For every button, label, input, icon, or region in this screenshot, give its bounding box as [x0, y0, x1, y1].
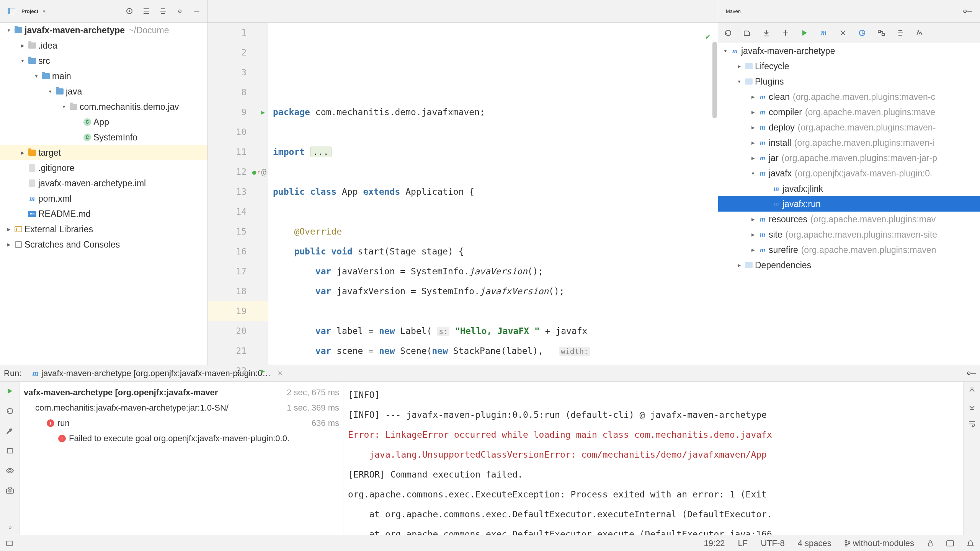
tree-item[interactable]: ▶External Libraries	[0, 222, 207, 237]
maven-tree-item[interactable]: ▶Lifecycle	[718, 59, 980, 74]
toggle-offline-icon[interactable]	[838, 28, 848, 37]
project-panel-title[interactable]: Project	[21, 8, 38, 14]
download-icon[interactable]	[762, 28, 771, 37]
add-icon[interactable]	[781, 28, 790, 37]
tree-item[interactable]: ▼java	[0, 84, 207, 99]
generate-sources-icon[interactable]	[743, 28, 752, 37]
minimize-icon[interactable]: —	[971, 370, 976, 376]
select-file-icon[interactable]	[124, 6, 135, 16]
project-tree[interactable]: ▼ javafx-maven-archetype ~/Docume ▶.idea…	[0, 23, 208, 365]
maven-tree-item[interactable]: ▶mclean(org.apache.maven.plugins:maven-c	[718, 89, 980, 104]
run-tree-row[interactable]: !run636 ms	[20, 416, 343, 431]
tree-item[interactable]: ▼main	[0, 68, 207, 84]
run-tree-row[interactable]: !Failed to execute goal org.openjfx:java…	[20, 431, 343, 446]
line-separator[interactable]: LF	[738, 538, 748, 548]
project-root[interactable]: ▼ javafx-maven-archetype ~/Docume	[0, 23, 207, 38]
run-icon[interactable]	[800, 28, 809, 37]
gear-icon[interactable]: ⚙	[963, 8, 967, 14]
tree-item[interactable]: ▶.idea	[0, 38, 207, 53]
close-tab-icon[interactable]: ×	[278, 368, 283, 378]
tree-item[interactable]: ▶target	[0, 145, 207, 160]
svg-rect-5	[878, 30, 880, 33]
maven-icon: m	[32, 369, 38, 378]
status-bar: 19:22 LF UTF-8 4 spaces without-modules	[0, 535, 980, 551]
code-editor[interactable]: 12389▶101112●↑@13141516171819202122▶ ✔ p…	[208, 23, 718, 365]
maven-tree-item[interactable]: ▶msite(org.apache.maven.plugins:maven-si…	[718, 227, 980, 242]
maven-tree-item[interactable]: ▼Plugins	[718, 74, 980, 89]
settings-icon[interactable]	[915, 28, 924, 37]
run-label: Run:	[4, 368, 21, 378]
show-dependencies-icon[interactable]	[877, 28, 886, 37]
maven-tree-item[interactable]: ▶minstall(org.apache.maven.plugins:maven…	[718, 135, 980, 150]
project-panel-header: Project ▾ ⚙ —	[0, 0, 208, 22]
rerun-failed-icon[interactable]	[5, 406, 15, 416]
inspector-icon[interactable]	[946, 540, 954, 546]
svg-point-10	[9, 490, 11, 492]
maven-tree[interactable]: ▼ m javafx-maven-archetype ▶Lifecycle▼Pl…	[718, 43, 980, 365]
svg-rect-1	[8, 8, 10, 14]
minimize-icon[interactable]: —	[967, 8, 972, 14]
svg-point-12	[845, 540, 847, 542]
maven-tree-item[interactable]: ▼mjavafx(org.openjfx:javafx-maven-plugin…	[718, 166, 980, 181]
gear-icon[interactable]: ⚙	[967, 370, 971, 376]
tree-item[interactable]: ▼src	[0, 53, 207, 68]
wrench-icon[interactable]	[5, 426, 15, 435]
scroll-up-icon[interactable]	[967, 386, 977, 395]
maven-tree-item[interactable]: ▶mdeploy(org.apache.maven.plugins:maven-	[718, 120, 980, 135]
rerun-icon[interactable]	[5, 386, 15, 396]
camera-icon[interactable]	[5, 486, 15, 495]
more-icon[interactable]: »	[9, 524, 11, 530]
svg-rect-11	[8, 488, 11, 489]
run-side-toolbar: »	[0, 382, 20, 535]
tree-item[interactable]: mpom.xml	[0, 191, 207, 206]
maven-tree-item[interactable]: ▶mcompiler(org.apache.maven.plugins:mave	[718, 104, 980, 120]
maven-title: Maven	[726, 8, 741, 14]
run-tree-row[interactable]: vafx-maven-archetype [org.openjfx:javafx…	[20, 385, 343, 400]
collapse-all-icon[interactable]	[896, 28, 905, 37]
editor-code[interactable]: ✔ package com.mechanitis.demo.javafxmave…	[268, 23, 718, 365]
soft-wrap-icon[interactable]	[967, 419, 977, 429]
run-tree-row[interactable]: com.mechanitis:javafx-maven-archetype:ja…	[20, 400, 343, 416]
chevron-down-icon[interactable]: ▾	[43, 8, 46, 14]
minimize-icon[interactable]: —	[191, 6, 202, 16]
maven-tree-item[interactable]: ▶mresources(org.apache.maven.plugins:mav	[718, 212, 980, 227]
gear-icon[interactable]: ⚙	[175, 6, 185, 16]
maven-tree-item[interactable]: ▶msurefire(org.apache.maven.plugins:mave…	[718, 242, 980, 258]
tool-windows-icon[interactable]	[6, 541, 13, 546]
scroll-down-icon[interactable]	[967, 403, 977, 412]
expand-all-icon[interactable]	[141, 6, 152, 16]
tree-item[interactable]: CSystemInfo	[0, 130, 207, 145]
toggle-skip-tests-icon[interactable]	[858, 28, 867, 37]
tree-item[interactable]: ▶Scratches and Consoles	[0, 237, 207, 252]
show-icon[interactable]	[5, 466, 15, 475]
stop-icon[interactable]	[5, 446, 15, 455]
tree-item[interactable]: javafx-maven-archetype.iml	[0, 176, 207, 191]
svg-rect-7	[8, 448, 12, 453]
maven-root[interactable]: ▼ m javafx-maven-archetype	[718, 43, 980, 59]
tree-item[interactable]: MDREADME.md	[0, 206, 207, 222]
run-console[interactable]: [INFO][INFO] --- javafx-maven-plugin:0.0…	[343, 382, 963, 535]
tree-item[interactable]: .gitignore	[0, 160, 207, 176]
console-toolbar	[963, 382, 980, 535]
lock-icon[interactable]	[927, 540, 933, 547]
scrollbar-vertical[interactable]	[712, 42, 717, 118]
maven-tree-item[interactable]: ▶Dependencies	[718, 258, 980, 273]
maven-tree-item[interactable]: ▶mjar(org.apache.maven.plugins:maven-jar…	[718, 150, 980, 166]
git-branch[interactable]: without-modules	[844, 538, 914, 548]
cursor-position[interactable]: 19:22	[704, 538, 725, 548]
svg-rect-6	[882, 33, 884, 36]
run-tool-window: Run: m javafx-maven-archetype [org.openj…	[0, 365, 980, 535]
indent[interactable]: 4 spaces	[798, 538, 831, 548]
maven-tree-item[interactable]: mjavafx:run	[718, 196, 980, 212]
execute-goal-icon[interactable]: m	[819, 28, 828, 37]
notifications-icon[interactable]	[967, 540, 974, 547]
maven-panel: m ▼ m javafx-maven-archetype ▶Lifecycle▼…	[718, 23, 980, 365]
tree-item[interactable]: CApp	[0, 114, 207, 130]
run-build-tree[interactable]: vafx-maven-archetype [org.openjfx:javafx…	[20, 382, 343, 535]
tree-item[interactable]: ▼com.mechanitis.demo.jav	[0, 99, 207, 114]
reload-icon[interactable]	[724, 28, 733, 37]
svg-rect-16	[947, 541, 954, 546]
collapse-all-icon[interactable]	[158, 6, 168, 16]
encoding[interactable]: UTF-8	[761, 538, 784, 548]
maven-tree-item[interactable]: mjavafx:jlink	[718, 181, 980, 196]
